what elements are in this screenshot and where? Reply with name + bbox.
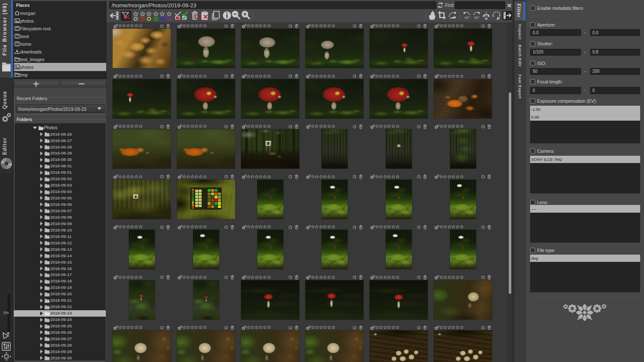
svg-text:90°: 90° — [474, 16, 480, 20]
svg-text:90°: 90° — [465, 16, 470, 20]
